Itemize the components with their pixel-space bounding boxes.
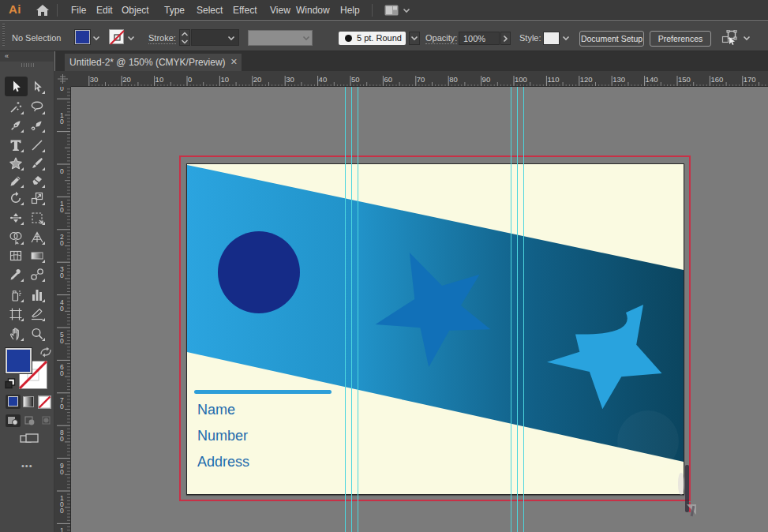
- svg-text:50: 50: [351, 75, 360, 84]
- svg-text:0: 0: [60, 272, 64, 279]
- svg-text:60: 60: [384, 75, 392, 84]
- svg-text:0: 0: [60, 507, 64, 515]
- svg-text:0: 0: [60, 118, 64, 126]
- svg-text:140: 140: [646, 75, 658, 84]
- svg-text:120: 120: [580, 75, 593, 84]
- svg-text:160: 160: [710, 75, 723, 84]
- svg-text:30: 30: [90, 75, 99, 84]
- svg-text:80: 80: [449, 75, 458, 84]
- svg-text:0: 0: [188, 75, 192, 84]
- svg-text:0: 0: [60, 369, 64, 377]
- svg-text:0: 0: [60, 435, 64, 443]
- svg-text:70: 70: [417, 75, 425, 84]
- svg-text:20: 20: [253, 75, 262, 84]
- svg-text:10: 10: [155, 75, 164, 84]
- svg-text:0: 0: [60, 403, 64, 410]
- svg-text:100: 100: [515, 75, 527, 84]
- svg-text:0: 0: [60, 167, 64, 175]
- svg-text:110: 110: [547, 75, 559, 84]
- svg-text:0: 0: [60, 337, 64, 345]
- svg-text:0: 0: [60, 239, 64, 247]
- svg-text:90: 90: [482, 75, 491, 84]
- svg-text:1: 1: [60, 526, 64, 532]
- svg-text:0: 0: [60, 206, 64, 214]
- svg-text:10: 10: [220, 75, 229, 84]
- svg-text:0: 0: [60, 87, 64, 92]
- svg-text:0: 0: [60, 468, 64, 476]
- svg-text:40: 40: [319, 75, 328, 84]
- svg-text:20: 20: [122, 75, 131, 84]
- svg-text:130: 130: [613, 75, 625, 84]
- svg-text:30: 30: [286, 75, 294, 84]
- svg-text:170: 170: [744, 75, 756, 84]
- svg-text:150: 150: [678, 75, 691, 84]
- svg-text:0: 0: [60, 305, 64, 313]
